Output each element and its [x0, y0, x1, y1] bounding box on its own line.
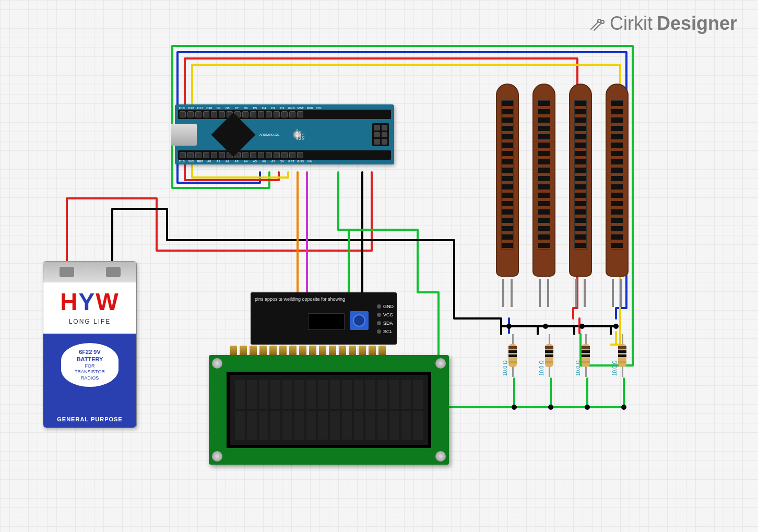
lcd-char-cell: [413, 380, 423, 409]
contrast-trimpot[interactable]: [350, 311, 369, 330]
pin-label: A2: [224, 160, 232, 163]
pin-label: 5V: [279, 160, 287, 163]
battery-brand-w: W: [96, 288, 119, 315]
lcd-header-pin: [309, 346, 316, 355]
lcd-16x2-i2c[interactable]: pins apposite weilding opposite for show…: [209, 292, 449, 465]
pin-hole: [180, 152, 186, 158]
lcd-char-cell: [247, 411, 257, 440]
pin-hole: [281, 152, 288, 158]
pin-label: 3V3: [187, 160, 195, 163]
flex-sensor-leads: [496, 279, 519, 307]
lcd-char-cell: [389, 411, 399, 440]
wire-node: [579, 324, 585, 329]
screw-icon: [435, 358, 446, 369]
nano-body: ARDUINO.CC Arduino NANO V3.0: [178, 119, 391, 150]
screw-icon: [212, 451, 222, 462]
lcd-char-cell: [330, 380, 340, 409]
lcd-char-cell: [365, 380, 375, 409]
pin-hole: [274, 152, 280, 158]
battery-spec-3: FOR: [64, 363, 115, 370]
logo-text-suffix: Designer: [657, 13, 737, 34]
lcd-char-cell: [270, 380, 280, 409]
pin-hole: [266, 111, 272, 117]
flex-sensor-leads: [532, 279, 555, 307]
lcd-char-cell: [389, 380, 399, 409]
pin-hole: [242, 152, 248, 158]
wire-node: [585, 405, 590, 410]
i2c-pin-scl: SCL: [383, 329, 393, 334]
lcd-char-cell: [342, 380, 352, 409]
arduino-nano[interactable]: D13D12D11D10D9D8D7D6D5D4D3D2GNDRSTRX0TX1…: [175, 104, 394, 164]
lcd-header-pin: [369, 346, 376, 355]
usb-port-icon: [171, 124, 197, 146]
wire-node: [512, 405, 517, 410]
lcd-char-cell: [330, 411, 340, 440]
lcd-char-cell: [365, 411, 375, 440]
flex-sensor[interactable]: [569, 84, 592, 308]
flex-sensor[interactable]: [496, 84, 519, 308]
battery-9v[interactable]: HYW LONG LIFE 6F22 9V BATTERY FOR TRANSI…: [43, 261, 137, 428]
lcd-char-cell: [270, 411, 280, 440]
pin-hole: [219, 111, 225, 117]
mcu-chip-icon: [211, 113, 256, 157]
pin-label: A5: [251, 160, 259, 163]
pin-hole: [250, 111, 256, 117]
logo-text-prefix: Cirkit: [610, 13, 653, 34]
wire-node: [548, 405, 553, 410]
lcd-pcb: [209, 355, 449, 465]
lcd-header-pin: [259, 346, 267, 355]
lcd-header-pin: [279, 346, 287, 355]
pin-label: GND: [297, 160, 305, 163]
lcd-header-pin: [319, 346, 326, 355]
lcd-char-cell: [354, 380, 364, 409]
resistor[interactable]: [581, 334, 591, 377]
lcd-header-pin: [378, 346, 386, 355]
lcd-header-pin: [349, 346, 356, 355]
wire-node: [613, 324, 619, 329]
flex-sensor-body: [569, 84, 592, 277]
lcd-char-cell: [235, 411, 245, 440]
battery-terminal-positive: [60, 267, 74, 277]
pin-hole: [281, 111, 288, 117]
battery-brand-h: H: [60, 288, 78, 315]
battery-spec-2: BATTERY: [64, 356, 115, 363]
flex-sensor[interactable]: [606, 84, 629, 308]
flex-sensor-leads: [569, 279, 592, 307]
flex-sensor[interactable]: [532, 84, 555, 308]
pin-label: VIN: [306, 160, 314, 163]
resistor-body: [508, 344, 517, 367]
wire-node: [543, 324, 548, 329]
nano-bottom-pin-header: [178, 150, 391, 160]
pin-hole: [211, 152, 217, 158]
battery-spec-1: 6F22 9V: [64, 348, 115, 356]
pin-label: D13: [178, 107, 186, 110]
pin-label: D4: [260, 107, 268, 110]
app-logo: Cirkit Designer: [588, 13, 737, 34]
resistor[interactable]: [617, 334, 627, 377]
pin-label: A4: [242, 160, 250, 163]
lcd-char-cell: [282, 411, 292, 440]
lcd-header-pin: [240, 346, 247, 355]
battery-terminals: [43, 262, 136, 282]
pin-hole: [258, 111, 264, 117]
pin-hole: [203, 111, 209, 117]
lcd-char-cell: [247, 380, 257, 409]
resistor-body: [582, 344, 590, 367]
pin-hole: [195, 111, 202, 117]
flex-sensor-body: [606, 84, 629, 277]
pin-label: GND: [288, 107, 295, 110]
pin-hole: [180, 111, 186, 117]
nano-model-text: Arduino NANO V3.0: [295, 129, 305, 140]
pin-hole: [219, 152, 225, 158]
logo-icon: [588, 15, 606, 32]
pin-label: D5: [251, 107, 259, 110]
lcd-char-cell: [401, 411, 411, 440]
battery-body: 6F22 9V BATTERY FOR TRANSISTOR RADIOS GE…: [43, 334, 136, 428]
resistor[interactable]: [544, 334, 554, 377]
battery-brand: HYW: [43, 288, 136, 316]
nano-bottom-row: D133V3REFA0A1A2A3A4A5A6A75VRSTGNDVIN: [178, 150, 391, 163]
lcd-char-cell: [235, 380, 245, 409]
pin-label: A1: [215, 160, 222, 163]
resistor[interactable]: [507, 334, 518, 377]
lcd-screen: [227, 372, 431, 448]
